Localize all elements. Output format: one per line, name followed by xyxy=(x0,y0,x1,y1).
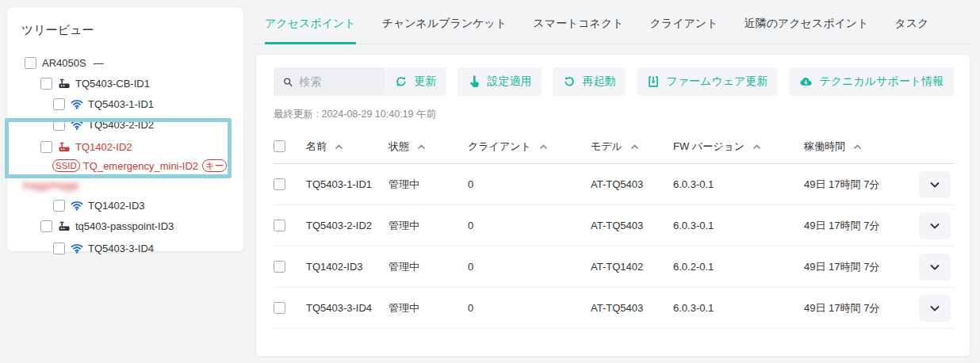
column-header-label: 名前 xyxy=(306,139,327,154)
tab-tasks[interactable]: タスク xyxy=(894,17,928,44)
tree-checkbox[interactable] xyxy=(53,98,65,110)
refresh-button-label: 更新 xyxy=(414,75,436,89)
cell-clients: 0 xyxy=(468,261,591,273)
cell-status: 管理中 xyxy=(389,260,468,274)
tree-item-tq5403-2-id2[interactable]: TQ5403-2-ID2 xyxy=(20,114,235,135)
tree-checkbox[interactable] xyxy=(25,57,36,69)
row-expand-button[interactable] xyxy=(919,295,951,322)
tab-clients[interactable]: クライアント xyxy=(650,17,718,44)
tree-checkbox[interactable] xyxy=(53,200,65,212)
column-header-label: モデル xyxy=(591,139,622,154)
tree-item-label: TQ5403-2-ID2 xyxy=(88,119,154,131)
wifi-icon xyxy=(71,242,83,254)
tree-checkbox[interactable] xyxy=(40,220,52,232)
collapse-dash-icon[interactable]: — xyxy=(94,57,104,69)
cell-name: TQ5403-1-ID1 xyxy=(306,178,389,190)
column-header-label: クライアント xyxy=(468,139,531,154)
row-expand-button[interactable] xyxy=(919,212,951,239)
sort-caret-icon xyxy=(335,143,343,151)
tree-item-tq5403-passpoint-id3[interactable]: tq5403-passpoint-ID3 xyxy=(20,216,235,236)
ssid-name: TQ_emergency_mini-ID2 xyxy=(83,160,198,172)
row-checkbox[interactable] xyxy=(274,220,285,231)
column-header-label: 状態 xyxy=(389,139,409,154)
reboot-button-label: 再起動 xyxy=(582,75,615,89)
cell-uptime: 49日 17時間 7分 xyxy=(804,260,919,274)
table-header-row: 名前 状態 クライアント モデル FW バージョン 稼働時間 xyxy=(274,129,954,164)
tree-item-tq5403-1-id1[interactable]: TQ5403-1-ID1 xyxy=(20,94,235,114)
search-input[interactable] xyxy=(299,75,375,88)
ssid-badge: SSID xyxy=(52,159,80,172)
refresh-button[interactable]: 更新 xyxy=(385,67,446,96)
reboot-button[interactable]: 再起動 xyxy=(553,67,626,96)
column-header-clients[interactable]: クライアント xyxy=(468,139,591,154)
tech-support-info-button[interactable]: テクニカルサポート情報 xyxy=(789,67,954,96)
cell-fw-version: 6.0.3-0.1 xyxy=(673,178,804,190)
table-row: TQ5403-1-ID1 管理中 0 AT-TQ5403 6.0.3-0.1 4… xyxy=(274,164,954,205)
key-badge: キー xyxy=(202,159,227,172)
select-all-checkbox[interactable] xyxy=(274,140,285,152)
chevron-down-icon xyxy=(929,262,940,272)
tree-item-tq5403-cb-id1[interactable]: TQ5403-CB-ID1 xyxy=(20,73,235,94)
sort-caret-icon xyxy=(539,143,548,151)
search-box[interactable] xyxy=(274,67,385,96)
firmware-update-button[interactable]: ファームウェア更新 xyxy=(637,67,778,96)
hand-click-icon xyxy=(468,75,480,88)
tree-checkbox[interactable] xyxy=(53,243,65,254)
column-header-uptime[interactable]: 稼働時間 xyxy=(804,139,919,154)
tree-item-ar4050s[interactable]: AR4050S — xyxy=(20,52,235,73)
tab-neighbor-access-points[interactable]: 近隣のアクセスポイント xyxy=(745,17,869,44)
row-checkbox[interactable] xyxy=(274,178,285,190)
cell-clients: 0 xyxy=(468,178,591,190)
apply-settings-button[interactable]: 設定適用 xyxy=(457,67,542,96)
tree-item-tq1402-id2[interactable]: TQ1402-ID2 xyxy=(20,136,235,157)
cell-name: TQ1402-ID3 xyxy=(306,261,389,273)
tab-access-points[interactable]: アクセスポイント xyxy=(265,17,356,44)
row-expand-button[interactable] xyxy=(919,171,951,198)
tree-item-label: AR4050S xyxy=(42,57,86,69)
tree-item-label: TQ5403-1-ID1 xyxy=(88,98,154,110)
sort-caret-icon xyxy=(417,143,426,151)
row-checkbox[interactable] xyxy=(274,261,285,273)
cell-uptime: 49日 17時間 7分 xyxy=(804,301,919,315)
tree-item-label: TQ1402-ID3 xyxy=(88,200,145,212)
cell-model: AT-TQ1402 xyxy=(591,261,673,273)
wifi-icon xyxy=(71,118,83,131)
cell-uptime: 49日 17時間 7分 xyxy=(804,178,919,192)
tree-view-panel: ツリービュー AR4050S — TQ5403-CB-ID1 TQ5403-1-… xyxy=(6,6,244,252)
tech-support-info-button-label: テクニカルサポート情報 xyxy=(819,75,944,89)
toolbar-buttons: 更新 設定適用 再起動 ファームウェア更新 テクニカルサポート情報 xyxy=(385,67,954,96)
chevron-down-icon xyxy=(929,180,940,189)
tab-smart-connect[interactable]: スマートコネクト xyxy=(533,17,623,44)
row-checkbox[interactable] xyxy=(274,302,285,314)
cell-status: 管理中 xyxy=(389,178,468,192)
column-header-name[interactable]: 名前 xyxy=(306,139,389,154)
tree-item-tq1402-id3[interactable]: TQ1402-ID3 xyxy=(20,195,235,216)
last-updated: 最終更新 : 2024-08-29 10:40:19 午前 xyxy=(274,108,954,121)
wifi-icon xyxy=(71,97,83,110)
cell-uptime: 49日 17時間 7分 xyxy=(804,219,919,233)
column-header-fw-version[interactable]: FW バージョン xyxy=(673,139,804,154)
tree-item-label: TQ5403-CB-ID1 xyxy=(75,78,150,90)
column-header-model[interactable]: モデル xyxy=(591,139,673,154)
tab-bar: アクセスポイント チャンネルブランケット スマートコネクト クライアント 近隣の… xyxy=(255,0,970,44)
cell-status: 管理中 xyxy=(389,219,468,233)
table-row: TQ5403-3-ID4 管理中 0 AT-TQ5403 6.0.3-0.1 4… xyxy=(274,288,954,329)
search-icon xyxy=(283,76,293,88)
tree-item-tq5403-3-id4[interactable]: TQ5403-3-ID4 xyxy=(20,238,235,258)
tree-checkbox[interactable] xyxy=(40,78,52,90)
row-expand-button[interactable] xyxy=(919,254,951,281)
cell-model: AT-TQ5403 xyxy=(591,178,673,190)
table-row: TQ5403-2-ID2 管理中 0 AT-TQ5403 6.0.3-0.1 4… xyxy=(274,205,954,246)
column-header-status[interactable]: 状態 xyxy=(389,139,468,154)
router-icon xyxy=(58,140,71,153)
wifi-icon xyxy=(71,199,83,212)
cell-model: AT-TQ5403 xyxy=(591,220,673,231)
tab-channel-blanket[interactable]: チャンネルブランケット xyxy=(382,17,507,44)
tree-checkbox[interactable] xyxy=(53,119,65,131)
router-icon xyxy=(58,220,71,232)
tree-checkbox[interactable] xyxy=(40,141,52,153)
cell-fw-version: 6.0.2-0.1 xyxy=(673,261,804,273)
tree-item-label: TQ5403-3-ID4 xyxy=(88,243,154,254)
last-updated-label: 最終更新 : xyxy=(274,109,319,120)
cell-status: 管理中 xyxy=(389,301,468,315)
